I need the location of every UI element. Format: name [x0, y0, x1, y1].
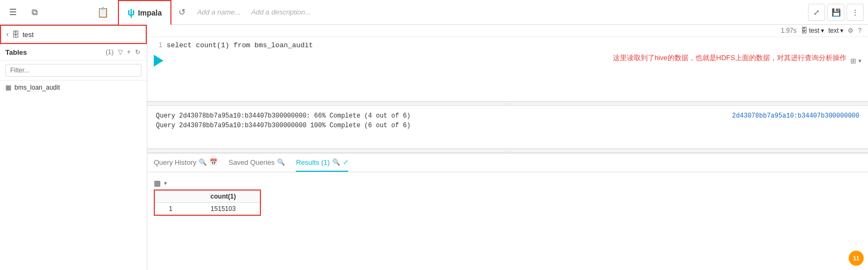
tab-saved-queries[interactable]: Saved Queries 🔍 [228, 154, 285, 172]
run-button[interactable] [154, 55, 163, 67]
line-number-1: 1 [152, 41, 162, 49]
tables-label: Tables [5, 48, 102, 56]
query-desc-input[interactable]: Add a description... [247, 6, 806, 18]
saved-queries-search-icon[interactable]: 🔍 [277, 158, 285, 166]
tab-query-history[interactable]: Query History 🔍 📅 [154, 154, 218, 172]
results-search-icon[interactable]: 🔍 [332, 158, 340, 166]
tab-results-label: Results (1) [296, 158, 330, 166]
column-header: count(1) [186, 191, 260, 203]
table-icon: ▦ [5, 84, 11, 91]
format-label: text [828, 27, 839, 34]
tab-results[interactable]: Results (1) 🔍 ⤢ [296, 154, 348, 172]
history-button[interactable]: ↺ [174, 4, 191, 21]
tab-query-history-label: Query History [154, 158, 196, 166]
sidebar: ‹ 🗄 test Tables (1) ▽ + ↻ ▦ bms_loan_aud… [0, 25, 147, 270]
db-selector-icon: 🗄 [801, 27, 807, 34]
code-text-1: select count(1) from bms_loan_audit [167, 41, 313, 49]
main-layout: ‹ 🗄 test Tables (1) ▽ + ↻ ▦ bms_loan_aud… [0, 25, 868, 270]
exec-time: 1.97s [781, 27, 796, 34]
list-item[interactable]: ▦ bms_loan_audit [0, 81, 147, 94]
top-toolbar: ☰ ⧉ 📋 ψ Impala ↺ Add a name... Add a des… [0, 0, 868, 25]
impala-tab[interactable]: ψ Impala [118, 0, 171, 25]
log-line-1: Query 2d43078bb7a95a10:b34407b300000000:… [156, 112, 859, 120]
files-icon[interactable]: 📋 [94, 4, 111, 21]
query-history-calendar-icon[interactable]: 📅 [209, 158, 218, 166]
log-link[interactable]: 2d43078bb7a95a10:b34407b300000000 [732, 112, 859, 120]
refresh-icon[interactable]: ↻ [134, 47, 141, 57]
results-table-wrap: count(1) 1 1515103 [154, 189, 261, 216]
results-expand-icon[interactable]: ⤢ [343, 158, 348, 166]
cell-value: 1515103 [186, 203, 260, 215]
add-table-icon[interactable]: + [126, 47, 132, 57]
grid-controls: ⊞ ▾ [850, 57, 862, 65]
code-line-1: 1 select count(1) from bms_loan_audit [147, 41, 868, 49]
result-grid-chevron[interactable]: ▾ [164, 180, 167, 187]
table-name-label: bms_loan_audit [14, 84, 60, 91]
sidebar-header[interactable]: ‹ 🗄 test [0, 25, 147, 44]
bottom-tabs: Query History 🔍 📅 Saved Queries 🔍 Result… [147, 153, 868, 172]
tables-section: Tables (1) ▽ + ↻ [0, 44, 147, 61]
toolbar-right: ⤢ 💾 ⋮ [808, 4, 864, 21]
impala-label: Impala [138, 9, 162, 17]
db-name-label: test [23, 31, 34, 39]
chevron-icon[interactable]: ‹ [6, 31, 9, 38]
db-selector-chevron: ▾ [821, 27, 824, 34]
log-area: Query 2d43078bb7a95a10:b34407b300000000:… [147, 106, 868, 149]
format-selector[interactable]: text ▾ [828, 27, 843, 34]
result-grid-icon[interactable]: ▦ [154, 179, 161, 187]
save-button[interactable]: 💾 [827, 4, 844, 21]
row-num-header [155, 191, 186, 203]
toolbar-left: ☰ ⧉ 📋 [4, 4, 111, 21]
resize-handle[interactable]: · · · [147, 101, 868, 106]
grid-icon: ⊞ [850, 57, 856, 65]
resize-handle-2[interactable]: · · · [147, 149, 868, 153]
annotation-text: 这里读取到了hive的数据，也就是HDFS上面的数据，对其进行查询分析操作 [613, 53, 847, 63]
results-controls: ▦ ▾ [154, 177, 862, 189]
db-selector[interactable]: 🗄 test ▾ [801, 27, 824, 34]
table-row: 1 1515103 [155, 203, 260, 215]
query-history-search-icon[interactable]: 🔍 [199, 158, 207, 166]
help-icon[interactable]: ? [858, 27, 862, 34]
db-selector-name: test [809, 27, 819, 34]
query-name-input[interactable]: Add a name... [193, 6, 245, 18]
expand-button[interactable]: ⤢ [808, 4, 825, 21]
code-editor[interactable]: 1 select count(1) from bms_loan_audit 这里… [147, 37, 868, 101]
database-icon: 🗄 [12, 30, 19, 39]
editor-area: 1.97s 🗄 test ▾ text ▾ ⚙ ? 1 select count… [147, 25, 868, 270]
results-table: count(1) 1 1515103 [155, 191, 260, 215]
more-menu-button[interactable]: ⋮ [847, 4, 864, 21]
filter-icon[interactable]: ▽ [117, 47, 124, 57]
tables-actions: ▽ + ↻ [117, 47, 141, 57]
log-line-2: Query 2d43078bb7a95a10:b34407b300000000 … [156, 122, 859, 129]
format-chevron: ▾ [840, 27, 843, 34]
settings-icon[interactable]: ⚙ [848, 27, 854, 34]
row-number: 1 [155, 203, 186, 215]
avatar[interactable]: 11 [849, 251, 864, 266]
copy-icon[interactable]: ⧉ [26, 4, 43, 21]
editor-topbar: 1.97s 🗄 test ▾ text ▾ ⚙ ? [147, 25, 868, 37]
results-area: ▦ ▾ count(1) 1 1515103 [147, 172, 868, 270]
filter-wrap [0, 61, 147, 81]
tab-saved-queries-label: Saved Queries [228, 158, 274, 166]
grid-chevron[interactable]: ▾ [858, 57, 862, 64]
menu-icon[interactable]: ☰ [4, 4, 21, 21]
impala-icon: ψ [128, 7, 135, 18]
tables-count: (1) [106, 48, 114, 56]
filter-input[interactable] [5, 64, 141, 77]
